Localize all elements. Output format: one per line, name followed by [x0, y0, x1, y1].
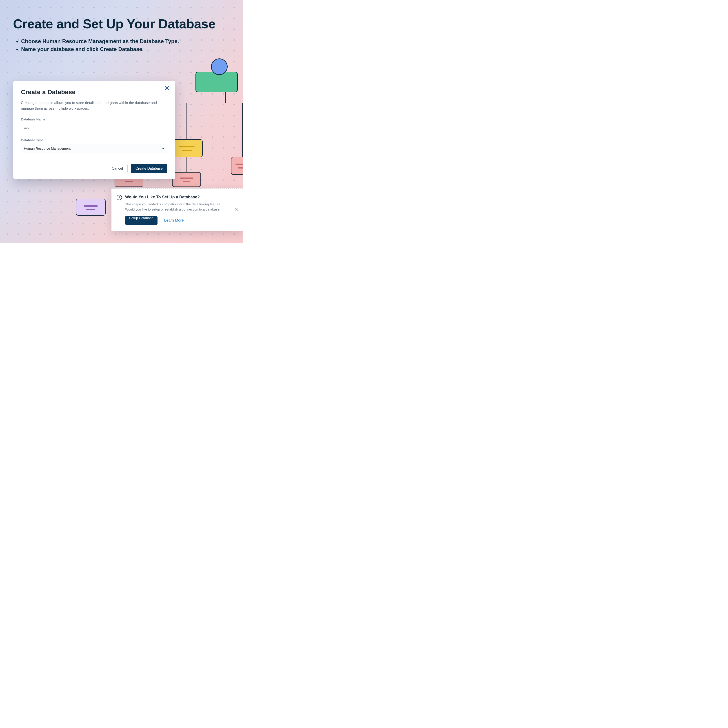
- setup-database-toast: i Would You Like To Set Up a Database? T…: [112, 188, 243, 231]
- instruction-bullet: Choose Human Resource Management as the …: [21, 38, 234, 45]
- orgchart-connector: [187, 103, 187, 139]
- setup-database-button[interactable]: Setup Database: [125, 216, 158, 225]
- orgchart-node: [171, 139, 203, 157]
- create-database-button[interactable]: Create Database: [131, 164, 167, 173]
- database-type-select[interactable]: Human Resource Management: [21, 144, 167, 153]
- cancel-button[interactable]: Cancel: [107, 164, 128, 173]
- info-icon: i: [116, 195, 122, 200]
- close-icon: [234, 207, 238, 211]
- close-button[interactable]: [164, 85, 170, 91]
- page-title: Create and Set Up Your Database: [13, 16, 234, 31]
- instruction-bullet: Name your database and click Create Data…: [21, 45, 234, 53]
- orgchart-connector: [242, 103, 243, 157]
- toast-body: The shape you added is compatible with t…: [125, 202, 231, 212]
- orgchart-node: [231, 157, 243, 175]
- orgchart-node-root: [196, 72, 238, 92]
- divider: [21, 159, 167, 159]
- learn-more-link[interactable]: Learn More: [164, 218, 184, 223]
- dismiss-toast-button[interactable]: [234, 207, 239, 212]
- modal-description: Creating a database allows you to store …: [21, 100, 167, 112]
- orgchart-connector: [225, 92, 226, 103]
- close-icon: [165, 86, 169, 90]
- database-name-label: Database Name: [21, 117, 167, 121]
- orgchart-connector: [187, 168, 187, 172]
- modal-title: Create a Database: [21, 89, 167, 96]
- orgchart-node: [76, 199, 106, 216]
- chevron-down-icon: [162, 148, 164, 149]
- orgchart-node: [172, 172, 201, 187]
- database-type-value: Human Resource Management: [24, 147, 70, 150]
- orgchart-connector: [187, 157, 187, 168]
- orgchart-avatar-circle: [211, 58, 228, 75]
- database-name-input[interactable]: [21, 123, 167, 132]
- create-database-modal: Create a Database Creating a database al…: [13, 81, 175, 179]
- database-type-label: Database Type: [21, 138, 167, 142]
- toast-title: Would You Like To Set Up a Database?: [125, 195, 231, 200]
